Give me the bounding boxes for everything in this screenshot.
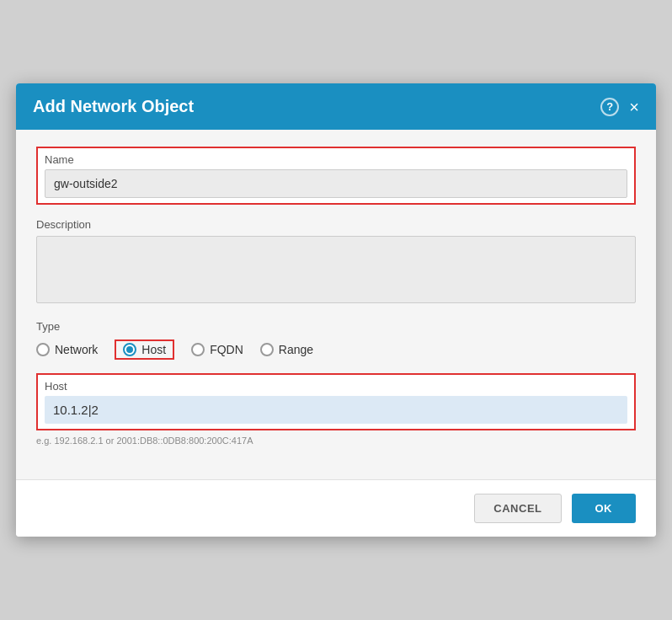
description-label: Description — [36, 218, 636, 231]
radio-option-fqdn[interactable]: FQDN — [191, 343, 243, 356]
radio-group: Network Host FQDN Range — [36, 339, 636, 360]
name-label: Name — [45, 153, 627, 166]
radio-fqdn-label: FQDN — [210, 343, 243, 356]
name-input[interactable] — [45, 169, 627, 198]
host-input[interactable] — [45, 396, 627, 424]
dialog-header: Add Network Object ? × — [16, 83, 656, 130]
dialog-footer: CANCEL OK — [16, 479, 656, 537]
radio-option-range[interactable]: Range — [260, 343, 313, 356]
radio-host-label: Host — [141, 343, 166, 356]
dialog-body: Name Description Type Network Host — [16, 130, 656, 479]
radio-range-label: Range — [279, 343, 313, 356]
radio-range[interactable] — [260, 343, 274, 356]
radio-option-host[interactable]: Host — [115, 339, 174, 360]
cancel-button[interactable]: CANCEL — [474, 494, 561, 523]
close-button[interactable]: × — [629, 99, 639, 115]
host-label: Host — [45, 380, 627, 393]
add-network-object-dialog: Add Network Object ? × Name Description … — [16, 83, 656, 537]
radio-option-network[interactable]: Network — [36, 343, 98, 356]
radio-network[interactable] — [36, 343, 50, 356]
radio-fqdn[interactable] — [191, 343, 205, 356]
dialog-title: Add Network Object — [33, 97, 194, 116]
radio-host[interactable] — [123, 343, 136, 356]
ok-button[interactable]: OK — [572, 494, 637, 523]
name-field-box: Name — [36, 147, 636, 205]
type-section: Type Network Host FQDN — [36, 320, 636, 360]
header-icons: ? × — [600, 98, 639, 116]
description-field-group: Description — [36, 218, 636, 307]
radio-network-label: Network — [55, 343, 98, 356]
description-input[interactable] — [36, 236, 636, 303]
host-field-box: Host — [36, 373, 636, 430]
help-icon[interactable]: ? — [600, 98, 619, 116]
type-label: Type — [36, 320, 636, 333]
hint-text: e.g. 192.168.2.1 or 2001:DB8::0DB8:800:2… — [36, 436, 636, 446]
